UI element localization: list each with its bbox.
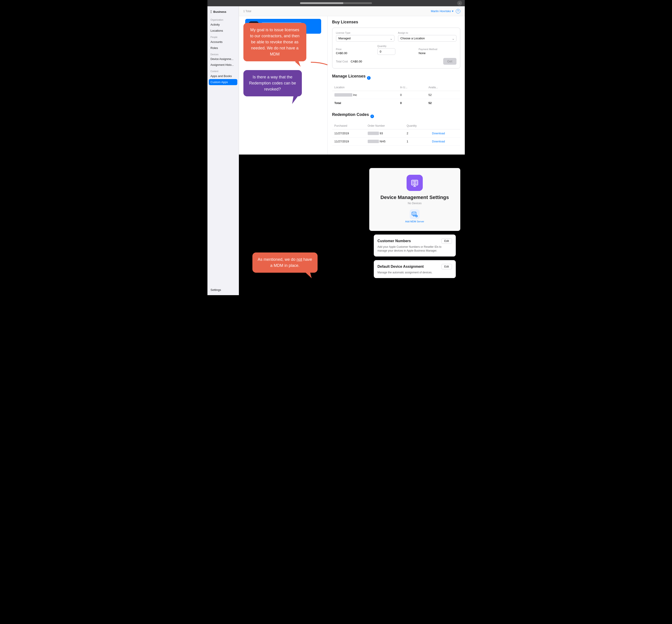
total-label-cell: Total xyxy=(332,99,398,107)
quantity-group: Quantity xyxy=(377,45,415,55)
section-devices: Devices xyxy=(207,51,239,56)
callout-purple: Is there a way that the Redemption codes… xyxy=(243,70,302,96)
callout-red-top: My goal is to issue licenses to our cont… xyxy=(243,23,306,61)
sidebar-item-accounts[interactable]: Accounts xyxy=(207,39,239,45)
download-link-1[interactable]: Download xyxy=(432,132,445,135)
buy-licenses-title: Buy Licenses xyxy=(332,20,460,25)
manage-licenses-title-row: Manage Licenses i xyxy=(332,74,460,82)
arrow-indicator xyxy=(304,60,328,74)
dms-subtitle: No Devices xyxy=(374,202,456,205)
table-row: 11/27/2019 NH5 1 Download xyxy=(332,137,460,146)
callout-bottom-red: As mentioned, we do not have a MDM in pl… xyxy=(252,253,318,273)
payment-label: Payment Method xyxy=(419,48,456,51)
order-num-1: 93 xyxy=(366,129,404,137)
customer-numbers-card: Customer Numbers Edit Add your Apple Cus… xyxy=(374,234,456,257)
dms-title: Device Management Settings xyxy=(374,194,456,200)
total-cost-value: CA$0.00 xyxy=(351,60,362,63)
default-device-description: Manage the automatic assignment of devic… xyxy=(378,271,452,275)
svg-rect-7 xyxy=(413,213,415,215)
bottom-section: As mentioned, we do not have a MDM in pl… xyxy=(239,155,465,295)
sidebar-item-device-assignment[interactable]: Device Assignme... xyxy=(207,56,239,62)
license-type-select[interactable]: Managed xyxy=(336,35,394,42)
get-button[interactable]: Get xyxy=(443,58,456,65)
order-num-col: Order Number xyxy=(366,123,404,129)
manage-licenses-info-icon[interactable]: i xyxy=(367,76,371,80)
in-use-cell: 0 xyxy=(398,91,426,99)
quantity-label: Quantity xyxy=(377,45,415,47)
price-value: CA$0.00 xyxy=(336,51,374,55)
redemption-info-icon[interactable]: i xyxy=(370,114,374,118)
sidebar-item-apps-books[interactable]: Apps and Books xyxy=(207,73,239,79)
download-link-2[interactable]: Download xyxy=(432,140,445,143)
license-type-group: License Type Managed xyxy=(336,31,394,42)
customer-numbers-header: Customer Numbers Edit xyxy=(378,238,452,244)
topbar: 1 Total Marlin Hovrisko ▾ ? xyxy=(239,6,465,16)
sidebar-item-roles[interactable]: Roles xyxy=(207,45,239,51)
location-col-header: Location xyxy=(332,84,398,91)
section-organization: Organization xyxy=(207,17,239,22)
download-2: Download xyxy=(430,137,460,146)
licenses-table: Location In U... Availa... xyxy=(332,84,460,107)
default-device-header: Default Device Assignment Edit xyxy=(378,264,452,269)
sidebar:  Business Organization Activity Locatio… xyxy=(207,6,239,295)
device-mgmt-icon xyxy=(406,175,423,191)
redemption-codes-section: Redemption Codes i Purchased Order Numbe… xyxy=(332,112,460,146)
brand-name: Business xyxy=(213,10,226,14)
payment-group: Payment Method None xyxy=(419,48,456,55)
buy-licenses-section: Buy Licenses License Type Managed xyxy=(332,20,460,69)
qty-col: Quantity xyxy=(404,123,430,129)
redemption-title-row: Redemption Codes i xyxy=(332,112,460,120)
license-type-label: License Type xyxy=(336,31,394,34)
quantity-input[interactable] xyxy=(377,48,395,55)
close-button[interactable]: × xyxy=(457,1,462,6)
sidebar-item-custom-apps[interactable]: Custom Apps xyxy=(209,79,237,85)
chevron-down-icon: ▾ xyxy=(452,9,453,13)
customer-numbers-edit-button[interactable]: Edit xyxy=(441,238,452,244)
purchased-date-1: 11/27/2019 xyxy=(332,129,366,137)
available-cell: 52 xyxy=(426,91,460,99)
add-mdm-icon xyxy=(410,209,420,219)
svg-rect-3 xyxy=(413,181,416,184)
order-num-2: NH5 xyxy=(366,137,404,146)
default-device-edit-button[interactable]: Edit xyxy=(441,264,452,269)
download-1: Download xyxy=(430,129,460,137)
purchased-col: Purchased xyxy=(332,123,366,129)
default-device-title: Default Device Assignment xyxy=(378,265,424,269)
help-button[interactable]: ? xyxy=(456,9,460,14)
assign-to-group: Assign to Choose a Location xyxy=(398,31,456,42)
apple-icon:  xyxy=(210,9,212,14)
sidebar-item-activity[interactable]: Activity xyxy=(207,22,239,28)
qty-2: 1 xyxy=(404,137,430,146)
total-in-use-cell: 0 xyxy=(398,99,426,107)
progress-bar xyxy=(300,2,372,4)
total-label: 1 Total xyxy=(243,10,251,13)
sidebar-item-assignment-history[interactable]: Assignment Histo... xyxy=(207,62,239,68)
bottom-left: As mentioned, we do not have a MDM in pl… xyxy=(239,163,369,286)
titlebar-progress xyxy=(300,2,372,4)
section-content: Content xyxy=(207,68,239,73)
sidebar-item-locations[interactable]: Locations xyxy=(207,28,239,34)
customer-numbers-description: Add your Apple Customer Numbers or Resel… xyxy=(378,245,452,253)
total-cost-label: Total Cost xyxy=(336,60,348,63)
right-column: Buy Licenses License Type Managed xyxy=(328,16,465,155)
purchased-date-2: 11/27/2019 xyxy=(332,137,366,146)
assign-to-select[interactable]: Choose a Location xyxy=(398,35,456,42)
table-row: 11/27/2019 93 2 Download xyxy=(332,129,460,137)
user-menu[interactable]: Marlin Hovrisko ▾ xyxy=(431,9,453,13)
total-cost-row: Total Cost CA$0.00 Get xyxy=(336,58,456,65)
add-mdm-button[interactable]: Add MDM Server xyxy=(405,209,424,223)
redemption-table: Purchased Order Number Quantity 11/27/20… xyxy=(332,123,460,146)
redemption-title: Redemption Codes xyxy=(332,112,369,117)
price-label: Price xyxy=(336,48,374,51)
license-card: License Type Managed Assign to xyxy=(332,28,460,69)
total-row: Total 0 52 xyxy=(332,99,460,107)
total-available-cell: 52 xyxy=(426,99,460,107)
location-cell: Inc xyxy=(332,91,398,99)
section-people: People xyxy=(207,34,239,39)
manage-licenses-section: Manage Licenses i Location In U... Avail… xyxy=(332,74,460,107)
manage-licenses-title: Manage Licenses xyxy=(332,74,366,79)
add-mdm-label: Add MDM Server xyxy=(405,220,424,223)
device-management-panel: Device Management Settings No Devices xyxy=(369,168,460,231)
assign-to-label: Assign to xyxy=(398,31,456,34)
sidebar-settings[interactable]: Settings xyxy=(207,286,239,295)
